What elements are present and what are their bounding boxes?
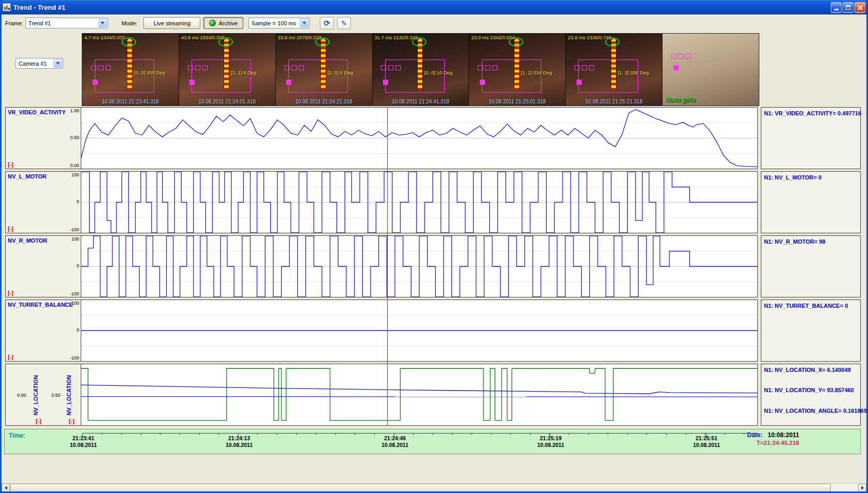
- chevron-down-icon[interactable]: [98, 19, 107, 27]
- scale-max: 100: [71, 172, 79, 177]
- scroll-left-button[interactable]: [2, 484, 10, 492]
- scale-min: -100: [70, 355, 79, 361]
- close-button[interactable]: [855, 2, 865, 13]
- detection-marker-icon: [93, 80, 98, 85]
- detection-squares-icon: [671, 54, 691, 59]
- sample-select-value: Sample = 100 ms: [252, 20, 296, 26]
- detection-zone-icon: [192, 59, 251, 93]
- archive-button[interactable]: Archive: [203, 17, 243, 29]
- edit-button[interactable]: ✎: [337, 17, 351, 29]
- collapse-button[interactable]: [-]: [8, 161, 13, 168]
- time-cursor[interactable]: [387, 107, 388, 426]
- trend-pane-nv-location: 0.00 NV_LOCATION 3.50 NV_LOCATION [-] [-…: [5, 364, 758, 426]
- close-icon: [855, 3, 865, 12]
- detection-marker-icon: [383, 80, 388, 85]
- camera-frame-1[interactable]: 4.7 ms 1344/0.337 [0, 0] 358 Deg 10.08.2…: [82, 34, 179, 106]
- collapse-button[interactable]: [-]: [69, 418, 75, 424]
- app-icon: [3, 3, 11, 11]
- detection-squares-icon: [575, 65, 594, 70]
- scale-max: 1.00: [70, 108, 79, 113]
- scale-min: 0.00: [70, 163, 79, 168]
- camera-frame-4[interactable]: 31.7 ms 2132/0.329 [0, 0] 10 Deg 10.08.2…: [373, 34, 469, 106]
- signal-readout: N1: NV_L_MOTOR= 0: [764, 174, 821, 181]
- scale-max: 100: [71, 236, 79, 242]
- frame-stats: 23.0 ms 2342/0.504: [471, 35, 564, 40]
- frame-select[interactable]: Trend #1: [25, 18, 108, 28]
- scale-min: -100: [70, 227, 79, 232]
- detection-zone-icon: [95, 59, 154, 93]
- live-streaming-button[interactable]: Live streaming: [143, 17, 200, 29]
- plot-area-nv-r-motor[interactable]: [81, 236, 757, 297]
- detection-marker-icon: [286, 80, 291, 85]
- collapse-button[interactable]: [-]: [8, 226, 13, 232]
- signal-readout: N1: NV_LOCATION_ANGLE= 0.161869: [764, 408, 867, 414]
- mode-label: Mode:: [122, 20, 138, 26]
- date-block: Date:10:08:2011 T=21:24:45.218: [747, 431, 799, 446]
- chevron-down-icon[interactable]: [300, 19, 308, 27]
- collapse-button[interactable]: [-]: [36, 418, 41, 424]
- frame-timestamp: 10.08.2011 21:25:01.318: [469, 99, 565, 104]
- refresh-button[interactable]: ⟳: [320, 17, 334, 29]
- time-bar: Time: 21:23:4110.08.2011 21:24:1310.08.2…: [4, 429, 861, 454]
- plot-area-nv-turret-balance[interactable]: [81, 300, 757, 361]
- frame-stats: 4.7 ms 1344/0.337: [84, 35, 178, 40]
- date-value: 10:08:2011: [768, 431, 799, 439]
- signal-readout: N1: NV_LOCATION_Y= 93.857460: [764, 387, 854, 393]
- pen-icon: ✎: [341, 20, 347, 27]
- axis2-scale: 3.50: [51, 393, 61, 398]
- camera-frame-2[interactable]: 43.8 ms 1934/0.330 [3, 1] 8 Deg 10.08.20…: [179, 34, 276, 106]
- pane-label-panel: NV_TURRET_BALANCE 100 0 -100 [-]: [6, 300, 81, 361]
- arrow-left-icon: [5, 486, 7, 490]
- plot-area-nv-l-motor[interactable]: [81, 172, 757, 233]
- refresh-icon: ⟳: [323, 19, 330, 27]
- arrow-right-icon: [861, 486, 864, 490]
- frame-angle: [1, 2] 534 Deg: [521, 70, 552, 76]
- frame-select-value: Trend #1: [28, 20, 51, 26]
- trend-pane-nv-l-motor: NV_L_MOTOR 100 0 -100 [-]: [5, 171, 758, 233]
- time-tick: 21:25:1910.08.2011: [525, 435, 577, 449]
- camera-frame-3[interactable]: 33.8 ms 2079/0.333 [3, 0] 6 Deg 10.08.20…: [276, 34, 373, 106]
- frame-timestamp: 10.08.2011 21:23:41.318: [82, 99, 179, 104]
- scrollbar-thumb[interactable]: [10, 484, 831, 492]
- date-label: Date:: [747, 431, 762, 439]
- time-tick: 21:24:4610.08.2011: [369, 435, 421, 449]
- frame-angle: [0, 0] 10 Deg: [424, 70, 452, 76]
- detection-squares-icon: [91, 65, 111, 70]
- chevron-down-icon[interactable]: [53, 59, 62, 68]
- trend-pane-nv-r-motor: NV_R_MOTOR 100 0 -100 [-]: [5, 235, 758, 297]
- detection-squares-icon: [188, 65, 208, 70]
- scale-mid: 0: [77, 199, 79, 204]
- maximize-button[interactable]: [843, 2, 854, 13]
- frame-label: Frame:: [5, 20, 23, 26]
- scale-mid: 0: [77, 327, 79, 333]
- maximize-icon: [846, 5, 850, 10]
- collapse-button[interactable]: [-]: [8, 354, 13, 360]
- time-label: Time:: [9, 432, 25, 439]
- trend-line-chart: [81, 236, 757, 297]
- detection-squares-icon: [381, 65, 401, 70]
- frame-angle: [3, 1] 8 Deg: [231, 70, 256, 76]
- signal-readout: N1: NV_LOCATION_X= 6.140049: [764, 367, 851, 373]
- camera-select[interactable]: Camera #1: [16, 58, 63, 69]
- trend-pane-nv-turret-balance: NV_TURRET_BALANCE 100 0 -100 [-]: [5, 300, 758, 362]
- detection-marker-icon: [480, 80, 485, 85]
- minimize-button[interactable]: [831, 2, 842, 13]
- camera-frame-6[interactable]: 23.8 ms 2336/0.748 [1, 3] 336 Deg 10.08.…: [566, 34, 663, 106]
- detection-marker-icon: [189, 80, 195, 85]
- title-bar[interactable]: Trend - Trend #1: [0, 0, 868, 14]
- scale-min: -100: [70, 291, 79, 296]
- scroll-right-button[interactable]: [858, 484, 866, 492]
- sample-select[interactable]: Sample = 100 ms: [248, 18, 310, 28]
- signal-name: NV_TURRET_BALANCE: [8, 302, 73, 308]
- collapse-button[interactable]: [-]: [8, 290, 13, 296]
- readout-panel-nv-turret-balance: N1: NV_TURRET_BALANCE= 0: [761, 300, 861, 362]
- camera-frame-5[interactable]: 23.0 ms 2342/0.504 [1, 2] 534 Deg 10.08.…: [469, 34, 566, 106]
- plot-area-vr-video-activity[interactable]: [81, 108, 757, 169]
- camera-frame-7[interactable]: Nova girls: [663, 34, 759, 106]
- horizontal-scrollbar[interactable]: [2, 483, 866, 491]
- detection-zone-icon: [482, 59, 541, 93]
- detection-zone-icon: [385, 59, 445, 93]
- plot-area-nv-location[interactable]: [81, 364, 757, 425]
- frame-angle: [0, 0] 358 Deg: [134, 70, 165, 76]
- readout-panel-nv-r-motor: N1: NV_R_MOTOR= 98: [761, 235, 861, 297]
